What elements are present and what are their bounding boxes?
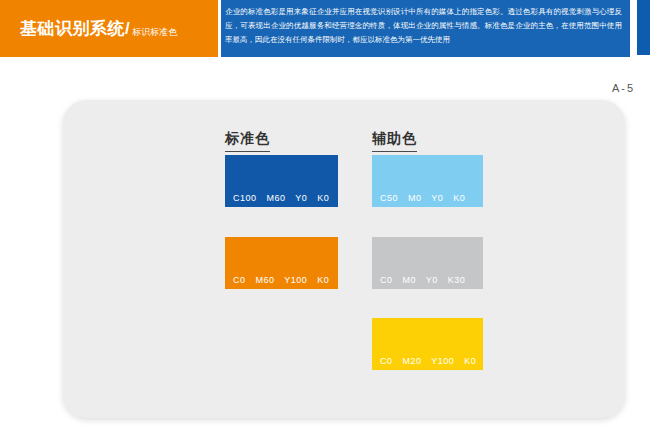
header-title-block: 基础识别系统/ 标识标准色 xyxy=(0,0,218,57)
auxiliary-color-swatch-yellow: C0 M20 Y100 K0 xyxy=(372,318,483,370)
cmyk-label: C50 M0 Y0 K0 xyxy=(380,193,479,203)
cmyk-label: C0 M20 Y100 K0 xyxy=(380,356,479,366)
cmyk-label: C0 M60 Y100 K0 xyxy=(233,275,334,285)
standard-color-swatch-orange: C0 M60 Y100 K0 xyxy=(225,237,338,289)
auxiliary-color-swatch-lightblue: C50 M0 Y0 K0 xyxy=(372,155,483,207)
standard-color-heading: 标准色 xyxy=(225,130,270,152)
header-accent-strip xyxy=(637,0,650,55)
page-number: A-5 xyxy=(612,82,635,94)
color-spec-card: 标准色 辅助色 C100 M60 Y0 K0 C0 M60 Y100 K0 C5… xyxy=(63,100,625,418)
page-subtitle: 标识标准色 xyxy=(132,26,177,39)
page-title: 基础识别系统/ xyxy=(20,17,130,40)
auxiliary-color-swatch-gray: C0 M0 Y0 K30 xyxy=(372,237,483,289)
ci-manual-page: 基础识别系统/ 标识标准色 企业的标准色彩是用来象征企业并应用在视觉识别设计中所… xyxy=(0,0,650,433)
standard-color-swatch-blue: C100 M60 Y0 K0 xyxy=(225,155,338,207)
cmyk-label: C0 M0 Y0 K30 xyxy=(380,275,479,285)
intro-text: 企业的标准色彩是用来象征企业并应用在视觉识别设计中所有的媒体上的指定色彩。透过色… xyxy=(225,5,622,47)
intro-paragraph-box: 企业的标准色彩是用来象征企业并应用在视觉识别设计中所有的媒体上的指定色彩。透过色… xyxy=(221,0,630,57)
auxiliary-color-heading: 辅助色 xyxy=(372,130,417,152)
cmyk-label: C100 M60 Y0 K0 xyxy=(233,193,334,203)
